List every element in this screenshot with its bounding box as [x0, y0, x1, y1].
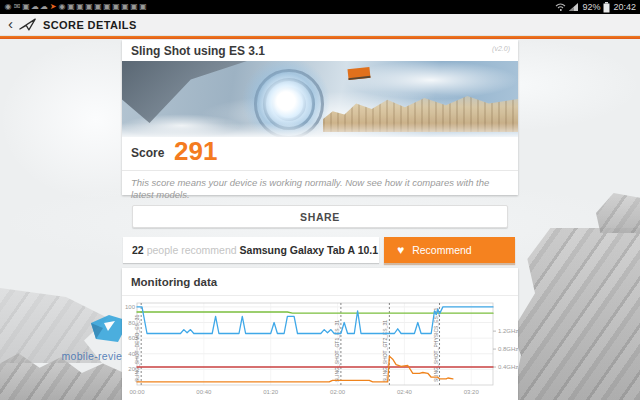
download-icon: ▣ [94, 0, 102, 14]
score-card-header: Sling Shot using ES 3.1 (v2.0) [122, 40, 518, 61]
recommend-text: people recommend [147, 244, 237, 256]
svg-text:100: 100 [125, 304, 136, 310]
monitoring-card: Monitoring data 2040608010000:0000:4001:… [122, 268, 518, 400]
svg-text:01:20: 01:20 [263, 389, 279, 395]
status-left-icons: ◉✉▣☁☁➤◉▣▣▣▣▣▣▣▣▣ [4, 0, 147, 14]
device-name: Samsung Galaxy Tab A 10.1 (2016) [240, 244, 379, 256]
page-title: SCORE DETAILS [43, 19, 137, 31]
download-icon: ▣ [103, 0, 111, 14]
status-bar: ◉✉▣☁☁➤◉▣▣▣▣▣▣▣▣▣ 92% 20:42 [0, 0, 640, 14]
battery-percent: 92% [582, 2, 600, 12]
recommend-button[interactable]: ♥ Recommend [384, 237, 515, 263]
share-button-label: SHARE [300, 211, 340, 223]
score-description: This score means your device is working … [122, 171, 518, 201]
cloud-icon: ☁ [40, 0, 48, 14]
download-icon: ▣ [85, 0, 93, 14]
svg-text:1.2GHz: 1.2GHz [498, 328, 518, 334]
svg-text:00:00: 00:00 [129, 389, 145, 395]
app-bar: ‹ SCORE DETAILS [0, 14, 640, 36]
hero-sign [347, 67, 370, 80]
svg-text:SLING_SHOT_DEMO_ES_31: SLING_SHOT_DEMO_ES_31 [134, 315, 140, 382]
back-button[interactable]: ‹ [8, 14, 13, 34]
svg-text:SLING_SHOT_GT2_ES_31: SLING_SHOT_GT2_ES_31 [382, 320, 388, 382]
threedmark-logo-icon [19, 17, 37, 32]
background-rocks [512, 228, 640, 400]
notification-icon: ◉ [4, 0, 12, 14]
wifi-icon [555, 2, 566, 12]
svg-text:0.4GHz: 0.4GHz [498, 364, 518, 370]
cellular-signal-icon [569, 2, 579, 12]
monitoring-chart: 2040608010000:0000:4001:2002:0002:4003:2… [122, 296, 518, 399]
battery-icon [603, 2, 610, 13]
download-icon: ▣ [112, 0, 120, 14]
recommend-button-label: Recommend [412, 244, 472, 256]
download-icon: ▣ [76, 0, 84, 14]
content-area: mobile-review.com Sling Shot using ES 3.… [0, 39, 640, 400]
screenshot-icon: ▣ [22, 0, 30, 14]
download-icon: ▣ [121, 0, 129, 14]
hero-fog [122, 123, 518, 137]
recommend-count: 22 [132, 244, 144, 256]
status-right: 92% 20:42 [555, 2, 636, 13]
download-icon: ▣ [130, 0, 138, 14]
download-icon: ▣ [139, 0, 147, 14]
share-button[interactable]: SHARE [132, 205, 508, 228]
sync-icon: ◉ [58, 0, 66, 14]
score-row: Score 291 [122, 137, 518, 170]
svg-text:02:40: 02:40 [397, 389, 413, 395]
svg-text:03:20: 03:20 [464, 389, 480, 395]
svg-text:SLING_SHOT_GT1_ES_31: SLING_SHOT_GT1_ES_31 [334, 320, 340, 382]
score-label: Score [131, 146, 164, 160]
score-card: Sling Shot using ES 3.1 (v2.0) Score 291… [122, 40, 518, 195]
benchmark-version: (v2.0) [492, 45, 510, 52]
3dmark-notification-icon: ➤ [49, 0, 57, 14]
score-value: 291 [174, 136, 217, 167]
svg-text:0.8GHz: 0.8GHz [498, 346, 518, 352]
svg-text:00:40: 00:40 [196, 389, 212, 395]
recommend-summary: 22 people recommend Samsung Galaxy Tab A… [123, 237, 379, 263]
benchmark-hero-image [122, 61, 518, 137]
download-icon: ▣ [67, 0, 75, 14]
clock: 20:42 [613, 2, 636, 12]
cloud-icon: ☁ [31, 0, 39, 14]
monitoring-title: Monitoring data [122, 268, 518, 295]
svg-text:02:00: 02:00 [330, 389, 346, 395]
screen: ◉✉▣☁☁➤◉▣▣▣▣▣▣▣▣▣ 92% 20:42 ‹ SCORE DET [0, 0, 640, 400]
heart-icon: ♥ [397, 243, 404, 257]
benchmark-title: Sling Shot using ES 3.1 [131, 44, 265, 58]
message-icon: ✉ [13, 0, 21, 14]
